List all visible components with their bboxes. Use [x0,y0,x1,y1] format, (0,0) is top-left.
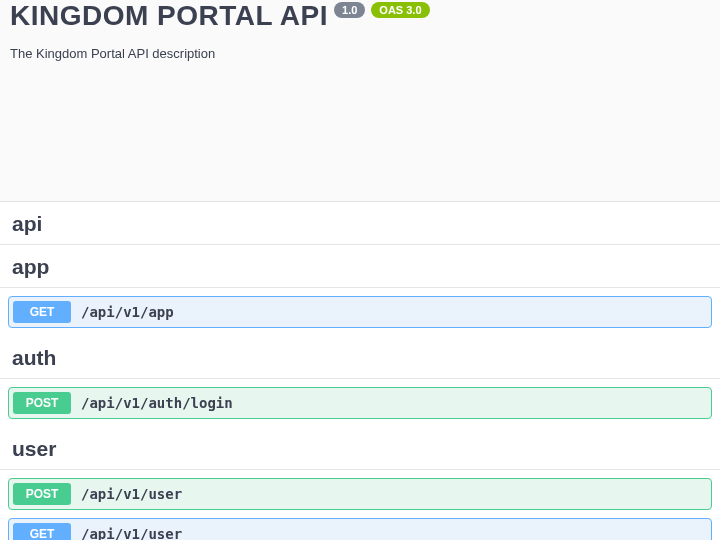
tag-user[interactable]: user [0,427,720,470]
api-header: KINGDOM PORTAL API 1.0 OAS 3.0 The Kingd… [0,0,720,91]
tag-label: app [12,255,49,278]
version-badge: 1.0 [334,2,365,18]
op-post-auth-login[interactable]: POST /api/v1/auth/login [8,387,712,419]
method-badge: POST [13,483,71,505]
ops-app: GET /api/v1/app [0,296,720,328]
api-title: KINGDOM PORTAL API [10,0,328,32]
op-get-app[interactable]: GET /api/v1/app [8,296,712,328]
tag-api[interactable]: api [0,202,720,245]
tag-app[interactable]: app [0,245,720,288]
op-path: /api/v1/app [81,304,174,320]
method-badge: GET [13,523,71,540]
tag-label: user [12,437,56,460]
oas-badge: OAS 3.0 [371,2,429,18]
tag-auth[interactable]: auth [0,336,720,379]
tag-label: api [12,212,42,235]
op-path: /api/v1/auth/login [81,395,233,411]
op-path: /api/v1/user [81,486,182,502]
ops-user: POST /api/v1/user GET /api/v1/user [0,478,720,540]
op-post-user[interactable]: POST /api/v1/user [8,478,712,510]
method-badge: GET [13,301,71,323]
ops-auth: POST /api/v1/auth/login [0,387,720,419]
title-row: KINGDOM PORTAL API 1.0 OAS 3.0 [10,0,710,32]
api-description: The Kingdom Portal API description [10,46,710,61]
spacer [0,91,720,201]
method-badge: POST [13,392,71,414]
op-get-user[interactable]: GET /api/v1/user [8,518,712,540]
op-path: /api/v1/user [81,526,182,540]
tags-area: api app GET /api/v1/app auth POST /api/v… [0,201,720,540]
tag-label: auth [12,346,56,369]
